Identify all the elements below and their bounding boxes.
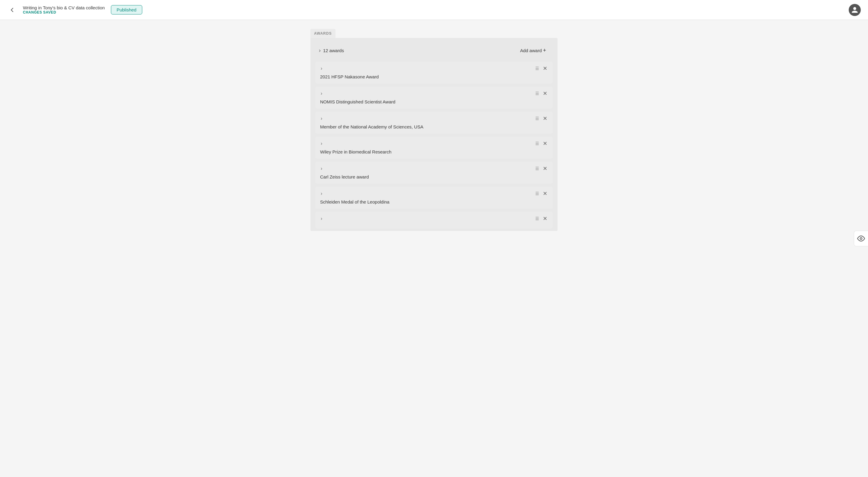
drag-handle-icon[interactable]: ☰ [535, 216, 539, 221]
content-area: AWARDS › 12 awards Add award + [310, 29, 558, 231]
add-award-button[interactable]: Add award + [517, 46, 549, 55]
award-expand-button[interactable]: › [319, 165, 323, 172]
awards-count-text: 12 awards [323, 48, 344, 53]
drag-handle-icon[interactable]: ☰ [535, 91, 539, 96]
award-item-top: › ☰ ✕ [319, 64, 549, 72]
award-delete-button[interactable]: ✕ [541, 215, 549, 222]
header-title-block: Writing in Tony's bio & CV data collecti… [23, 5, 105, 14]
awards-section-container: › 12 awards Add award + › [310, 38, 558, 231]
award-item-top: › ☰ ✕ [319, 190, 549, 198]
award-name: Schleiden Medal of the Leopoldina [319, 199, 549, 204]
award-item-controls-left: › [319, 215, 323, 222]
award-item: › ☰ ✕ Schleiden Medal of the Leopoldina [315, 187, 553, 209]
back-button[interactable] [7, 5, 17, 15]
add-award-label: Add award [520, 48, 542, 53]
award-name: Member of the National Academy of Scienc… [319, 124, 549, 129]
user-avatar-button[interactable] [849, 4, 861, 16]
award-item: › ☰ ✕ Wiley Prize in Biomedical Research [315, 137, 553, 158]
award-item-controls-left: › [319, 65, 323, 72]
awards-expand-icon[interactable]: › [319, 47, 321, 54]
avatar [849, 4, 861, 16]
award-item-controls-left: › [319, 115, 323, 122]
eye-icon [857, 235, 865, 242]
award-item-top: › ☰ ✕ [319, 115, 549, 122]
award-item: › ☰ ✕ [315, 212, 553, 229]
award-expand-button[interactable]: › [319, 115, 323, 122]
awards-list: › ☰ ✕ 2021 HFSP Nakasone Award › [315, 61, 553, 229]
award-item-controls-right: ☰ ✕ [535, 165, 549, 173]
award-expand-button[interactable]: › [319, 140, 323, 147]
drag-handle-icon[interactable]: ☰ [535, 191, 539, 196]
award-item-top: › ☰ ✕ [319, 165, 549, 173]
main-content: AWARDS › 12 awards Add award + [0, 0, 868, 243]
award-name: 2021 HFSP Nakasone Award [319, 74, 549, 79]
award-item-controls-left: › [319, 165, 323, 172]
award-item-controls-left: › [319, 90, 323, 97]
header-left: Writing in Tony's bio & CV data collecti… [7, 5, 849, 15]
award-delete-button[interactable]: ✕ [541, 90, 549, 97]
changes-saved-label: CHANGES SAVED [23, 10, 105, 14]
published-button[interactable]: Published [111, 5, 142, 14]
award-expand-button[interactable]: › [319, 190, 323, 197]
award-expand-button[interactable]: › [319, 215, 323, 222]
awards-count-block: › 12 awards [319, 47, 344, 54]
award-item-controls-right: ☰ ✕ [535, 64, 549, 72]
award-item: › ☰ ✕ Member of the National Academy of … [315, 112, 553, 133]
award-item: › ☰ ✕ Carl Zeiss lecture award [315, 161, 553, 184]
drag-handle-icon[interactable]: ☰ [535, 116, 539, 121]
header-right [849, 4, 861, 16]
drag-handle-icon[interactable]: ☰ [535, 141, 539, 146]
award-item-top: › ☰ ✕ [319, 215, 549, 222]
award-delete-button[interactable]: ✕ [541, 165, 549, 173]
award-item: › ☰ ✕ 2021 HFSP Nakasone Award [315, 61, 553, 84]
award-item-controls-right: ☰ ✕ [535, 115, 549, 122]
award-delete-button[interactable]: ✕ [541, 115, 549, 122]
award-item-controls-left: › [319, 140, 323, 147]
award-delete-button[interactable]: ✕ [541, 64, 549, 72]
award-item-controls-left: › [319, 190, 323, 197]
award-item-controls-right: ☰ ✕ [535, 90, 549, 97]
award-delete-button[interactable]: ✕ [541, 190, 549, 198]
award-name: NOMIS Distinguished Scientist Award [319, 99, 549, 104]
award-name: Wiley Prize in Biomedical Research [319, 149, 549, 154]
award-item-controls-right: ☰ ✕ [535, 140, 549, 147]
svg-point-0 [860, 238, 862, 240]
award-delete-button[interactable]: ✕ [541, 140, 549, 147]
drag-handle-icon[interactable]: ☰ [535, 166, 539, 171]
award-item-controls-right: ☰ ✕ [535, 190, 549, 198]
header: Writing in Tony's bio & CV data collecti… [0, 0, 868, 20]
preview-button[interactable] [854, 231, 868, 246]
award-item-top: › ☰ ✕ [319, 140, 549, 147]
award-item: › ☰ ✕ NOMIS Distinguished Scientist Awar… [315, 87, 553, 109]
page-title: Writing in Tony's bio & CV data collecti… [23, 5, 105, 10]
award-expand-button[interactable]: › [319, 90, 323, 97]
awards-summary-row: › 12 awards Add award + [315, 43, 553, 58]
award-item-controls-right: ☰ ✕ [535, 215, 549, 222]
section-label: AWARDS [310, 29, 336, 38]
award-name: Carl Zeiss lecture award [319, 174, 549, 179]
award-expand-button[interactable]: › [319, 65, 323, 72]
plus-icon: + [543, 48, 546, 53]
award-item-top: › ☰ ✕ [319, 90, 549, 97]
drag-handle-icon[interactable]: ☰ [535, 66, 539, 71]
